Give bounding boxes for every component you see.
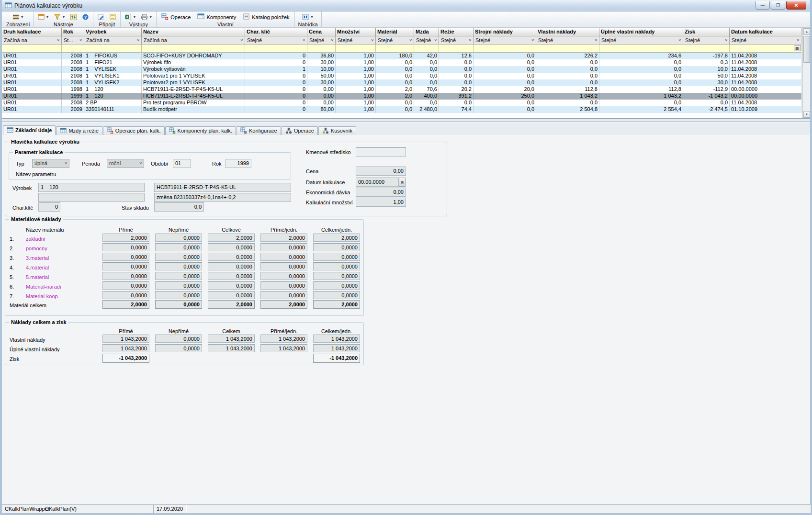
material-value-field[interactable]: 0,0000 — [313, 272, 360, 280]
filter-operator-dropdown[interactable]: Stejné∨ — [474, 36, 536, 45]
calendar-button[interactable]: ▦ — [399, 178, 406, 187]
stav-skladu-field[interactable]: 0,0 — [154, 202, 204, 212]
vyrobek-field[interactable]: 1 120 — [38, 183, 145, 192]
vertical-scrollbar[interactable]: ▲▼ — [802, 28, 810, 118]
filter-operator-dropdown[interactable]: Stejné∨ — [414, 36, 439, 45]
cena-field[interactable]: 0,00 — [356, 167, 406, 176]
column-header[interactable]: Rok — [62, 28, 84, 36]
close-button[interactable]: ✕ — [786, 1, 806, 10]
material-name-link[interactable]: zakladni — [26, 235, 45, 243]
material-name-link[interactable]: Material-naradi — [26, 283, 61, 291]
material-value-field[interactable]: 0,0000 — [102, 272, 149, 280]
material-value-field[interactable]: 0,0000 — [208, 243, 255, 251]
filter-operator-dropdown[interactable]: Začíná na∨ — [2, 36, 62, 45]
toolbar-menu-button[interactable]: ▼ — [301, 12, 315, 22]
toolbar-operace-button[interactable]: Operace — [159, 12, 193, 22]
column-header[interactable]: Úplné vlastní náklady — [599, 28, 683, 36]
table-row[interactable]: UR0120081 VYLISEK1Polotovar1 pro 1 VYLIS… — [2, 73, 802, 79]
filter-input[interactable] — [2, 45, 62, 53]
filter-input[interactable] — [599, 45, 683, 53]
column-header[interactable]: Strojní náklady — [474, 28, 536, 36]
table-row[interactable]: UR0120081 VYLISEK2Polotovar2 pro 1 VYLIS… — [2, 79, 802, 86]
material-value-field[interactable]: 0,0000 — [102, 262, 149, 270]
material-value-field[interactable]: 0,0000 — [260, 262, 307, 270]
table-row[interactable]: UR0119981 120HCB71911-E-2RSD-T-P4S-K5-UL… — [2, 86, 802, 93]
mnozstvi-field[interactable]: 1,00 — [356, 198, 406, 207]
toolbar-katalog-položek-button[interactable]: Katalog položek — [240, 12, 292, 22]
column-header[interactable]: Název — [142, 28, 245, 36]
filter-operator-dropdown[interactable]: Stejné∨ — [599, 36, 683, 45]
tab-komponenty-plan-kalk-[interactable]: Komponenty plan. kalk. — [165, 126, 236, 135]
material-value-field[interactable]: 0,0000 — [208, 253, 255, 261]
filter-input[interactable] — [683, 45, 730, 53]
filter-input[interactable] — [414, 45, 439, 53]
material-value-field[interactable]: 0,0000 — [208, 262, 255, 270]
column-header[interactable]: Druh kalkulace — [2, 28, 62, 36]
table-row[interactable]: UR0120093350140111Budík motlpetr080,001,… — [2, 106, 802, 113]
kmenove-field[interactable] — [356, 147, 406, 157]
material-value-field[interactable]: 0,0000 — [260, 253, 307, 261]
column-header[interactable]: Mzda — [414, 28, 439, 36]
filter-operator-dropdown[interactable]: Stejné∨ — [439, 36, 474, 45]
table-row[interactable]: UR0120081 VYLISEKVýrobek vylisován110,00… — [2, 66, 802, 73]
material-value-field[interactable]: 2,0000 — [208, 234, 255, 242]
toolbar-print-button[interactable]: ▼ — [139, 12, 154, 22]
vyrobek-name-field[interactable]: HCB71911-E-2RSD-T-P4S-K5-UL — [154, 183, 291, 192]
filter-input[interactable] — [142, 45, 245, 53]
vyrobek-field2[interactable] — [38, 193, 145, 202]
material-name-link[interactable]: 5.material — [26, 273, 49, 281]
material-value-field[interactable]: 0,0000 — [313, 243, 360, 251]
material-value-field[interactable]: 0,0000 — [313, 291, 360, 299]
obdobi-field[interactable]: 01 — [173, 159, 191, 168]
filter-input[interactable] — [84, 45, 142, 53]
table-row[interactable]: UR0120081 FIFOKUSSCO-FIFO+KUSY DOHROMADY… — [2, 53, 802, 59]
filter-operator-dropdown[interactable]: Stejné∨ — [730, 36, 801, 45]
restore-button[interactable]: ❐ — [771, 1, 785, 10]
column-header[interactable]: Výrobek — [84, 28, 142, 36]
toolbar-sheet-button[interactable] — [108, 12, 118, 22]
material-value-field[interactable]: 0,0000 — [155, 291, 202, 299]
material-name-link[interactable]: 3.material — [26, 254, 49, 262]
filter-input[interactable]: ▦ — [730, 45, 801, 53]
material-value-field[interactable]: 0,0000 — [260, 243, 307, 251]
material-value-field[interactable]: 0,0000 — [208, 281, 255, 290]
material-value-field[interactable]: 0,0000 — [208, 272, 255, 280]
filter-input[interactable] — [376, 45, 414, 53]
material-value-field[interactable]: 0,0000 — [155, 243, 202, 251]
column-header[interactable]: Režie — [439, 28, 474, 36]
toolbar-komponenty-button[interactable]: Komponenty — [195, 12, 238, 22]
column-header[interactable]: Datum kalkulace — [730, 28, 801, 36]
tab-operace-plán-kalk-[interactable]: Operace plán. kalk. — [103, 126, 165, 135]
column-header[interactable]: Char. klíč — [245, 28, 307, 36]
material-value-field[interactable]: 0,0000 — [155, 253, 202, 261]
material-value-field[interactable]: 0,0000 — [102, 243, 149, 251]
material-value-field[interactable]: 0,0000 — [260, 291, 307, 299]
charklic-field[interactable]: 0 — [38, 202, 60, 212]
filter-input[interactable] — [439, 45, 474, 53]
typ-combo[interactable]: úplná∨ — [32, 159, 69, 168]
filter-operator-dropdown[interactable]: Začíná na∨ — [142, 36, 245, 45]
column-header[interactable]: Materiál — [376, 28, 414, 36]
table-row[interactable]: UR0119991 120HCB71911-E-2RSD-T-P4S-K5-UL… — [2, 93, 802, 100]
material-value-field[interactable]: 0,0000 — [155, 272, 202, 280]
perioda-combo[interactable]: roční∨ — [107, 159, 144, 168]
filter-input[interactable] — [336, 45, 376, 53]
material-value-field[interactable]: 2,0000 — [102, 234, 149, 242]
scroll-down-icon[interactable]: ▼ — [803, 111, 810, 118]
material-name-link[interactable]: Material-koop. — [26, 292, 59, 301]
filter-operator-dropdown[interactable]: Začíná na∨ — [84, 36, 142, 45]
column-header[interactable]: Zisk — [683, 28, 730, 36]
material-value-field[interactable]: 0,0000 — [102, 291, 149, 299]
tab-operace[interactable]: Operace — [282, 126, 318, 135]
table-row[interactable]: UR0120082 BPPro test programu PBROW00,00… — [2, 100, 802, 106]
toolbar-edit-button[interactable] — [96, 12, 106, 22]
material-value-field[interactable]: 0,0000 — [155, 281, 202, 290]
material-value-field[interactable]: 2,0000 — [260, 234, 307, 242]
scroll-up-icon[interactable]: ▲ — [803, 28, 810, 35]
column-header[interactable]: Cena — [307, 28, 336, 36]
filter-operator-dropdown[interactable]: Stejné∨ — [245, 36, 307, 45]
minimize-button[interactable]: — — [756, 1, 770, 10]
tab-kusovník[interactable]: Kusovník — [318, 126, 356, 135]
splitter[interactable] — [2, 119, 810, 125]
filter-input[interactable] — [536, 45, 599, 53]
